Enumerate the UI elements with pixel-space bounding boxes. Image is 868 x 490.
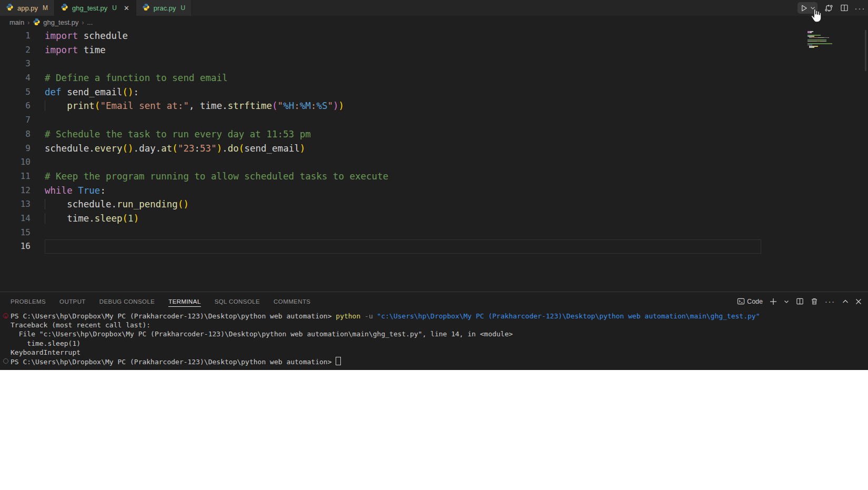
code-token: ) [339, 101, 345, 111]
tab-git-badge: M [43, 4, 48, 12]
panel-tab-comments[interactable]: COMMENTS [274, 295, 310, 308]
code-line[interactable]: # Define a function to send email [45, 71, 781, 85]
code-line[interactable]: time.sleep(1) [45, 212, 781, 226]
terminal-line: PS C:\Users\hp\Dropbox\My PC (Prakharcod… [0, 312, 868, 321]
code-token: do [228, 143, 239, 154]
minimap-seg [810, 31, 814, 32]
command-error-decoration[interactable] [3, 313, 8, 318]
panel-tab-terminal[interactable]: TERMINAL [168, 295, 200, 308]
split-editor-icon[interactable] [840, 3, 849, 13]
code-token: " [327, 101, 333, 111]
terminal-line: File "c:\Users\hp\Dropbox\My PC (Prakhar… [0, 329, 868, 338]
breadcrumb: main›ghg_test.py›... [0, 16, 868, 29]
terminal[interactable]: PS C:\Users\hp\Dropbox\My PC (Prakharcod… [0, 312, 868, 370]
terminal-launch-button[interactable]: Code [737, 297, 763, 305]
launch-profile-chevron-icon[interactable] [784, 299, 789, 304]
breadcrumb-item-main[interactable]: main [9, 18, 24, 26]
minimap-line [808, 49, 835, 51]
panel-tab-debug-console[interactable]: DEBUG CONSOLE [99, 295, 155, 308]
panel-tab-output[interactable]: OUTPUT [59, 295, 86, 308]
code-token: , time. [189, 101, 228, 111]
code-token: " [278, 101, 284, 111]
code-line[interactable]: print("Email sent at:", time.strftime("%… [45, 99, 781, 113]
code-token [73, 185, 78, 196]
split-terminal-icon[interactable] [796, 297, 804, 305]
code-token: "Email sent at:" [100, 101, 189, 111]
close-tab-icon[interactable]: ✕ [124, 5, 129, 12]
run-python-file-icon[interactable] [799, 3, 809, 13]
terminal-profile-label: Code [747, 298, 763, 305]
vscode-window: { "palette":{ "tabstrip":"#252526","tabi… [0, 0, 868, 490]
breadcrumb-separator: › [27, 19, 29, 26]
terminal-line: PS C:\Users\hp\Dropbox\My PC (Prakharcod… [0, 357, 868, 366]
minimap-seg [814, 36, 814, 37]
minimap-seg [813, 46, 817, 47]
breadcrumb-item-...[interactable]: ... [87, 18, 93, 26]
code-line[interactable] [45, 155, 781, 169]
minimap[interactable] [808, 31, 835, 52]
open-changes-icon[interactable] [824, 3, 833, 13]
breadcrumb-label: main [9, 18, 24, 26]
breadcrumb-separator: › [82, 19, 84, 26]
line-number: 15 [0, 226, 31, 240]
code-line[interactable]: schedule.run_pending() [45, 197, 781, 212]
tab-prac.py[interactable]: prac.pyU [136, 0, 192, 16]
new-terminal-button[interactable] [770, 298, 777, 305]
kill-terminal-trash-icon[interactable] [811, 297, 818, 305]
panel-tab-problems[interactable]: PROBLEMS [11, 295, 46, 308]
comment-token: # Schedule the task to run every day at … [45, 129, 311, 139]
tab-ghg_test.py[interactable]: ghg_test.pyU✕ [55, 0, 136, 16]
editor-tabs: app.pyMghg_test.pyU✕prac.pyU [0, 0, 192, 16]
run-button[interactable] [798, 2, 817, 14]
minimap-seg [808, 39, 826, 41]
code-line[interactable]: import schedule [45, 29, 781, 43]
code-area[interactable]: import scheduleimport time# Define a fun… [45, 29, 781, 254]
minimap-seg [822, 41, 826, 42]
breadcrumb-item-ghg_test.py[interactable]: ghg_test.py [33, 18, 78, 27]
scrollbar[interactable] [865, 30, 866, 71]
panel-tab-sql-console[interactable]: SQL CONSOLE [215, 295, 260, 308]
code-token: ( [172, 143, 178, 154]
code-token [45, 213, 67, 224]
code-token: : [134, 87, 139, 97]
code-token: schedule. [45, 143, 95, 154]
code-token: %S [316, 101, 327, 111]
code-line[interactable]: # Schedule the task to run every day at … [45, 127, 781, 142]
code-token: schedule [78, 31, 128, 41]
command-prompt-decoration[interactable] [3, 358, 8, 364]
panel-more-actions-icon[interactable]: ··· [825, 297, 835, 306]
code-line[interactable]: schedule.every().day.at("23:53").do(send… [45, 142, 781, 156]
python-icon [6, 3, 14, 13]
more-actions-icon[interactable]: ··· [855, 3, 865, 13]
editor[interactable]: 12345678910111213141516 import schedulei… [0, 29, 868, 292]
terminal-token: "c:\Users\hp\Dropbox\My PC (Prakharcoder… [377, 312, 760, 320]
code-token: import [45, 45, 78, 55]
code-token: ( [95, 101, 100, 111]
line-number: 7 [0, 113, 31, 127]
code-line[interactable]: # Keep the program running to allow sche… [45, 169, 781, 184]
code-line[interactable] [45, 239, 761, 254]
code-line[interactable] [45, 57, 781, 71]
python-icon [60, 3, 68, 13]
code-line[interactable]: import time [45, 43, 781, 57]
code-token: () [123, 143, 134, 154]
tab-git-badge: U [180, 4, 185, 12]
code-line[interactable]: def send_email(): [45, 85, 781, 99]
run-dropdown-chevron-icon[interactable] [810, 3, 816, 13]
code-token: every [95, 143, 123, 154]
line-number: 11 [0, 169, 31, 184]
terminal-token: File "c:\Users\hp\Dropbox\My PC (Prakhar… [11, 330, 513, 338]
code-token: time [78, 45, 106, 55]
code-token: True [78, 185, 100, 196]
close-panel-icon[interactable] [855, 298, 862, 305]
code-line[interactable]: while True: [45, 184, 781, 198]
minimap-seg [809, 46, 813, 47]
code-line[interactable] [45, 113, 781, 127]
code-token: : [294, 101, 300, 111]
code-token: 1 [128, 213, 134, 224]
terminal-token: PS C:\Users\hp\Dropbox\My PC (Prakharcod… [11, 312, 336, 320]
code-line[interactable] [45, 226, 781, 240]
maximize-panel-chevron-icon[interactable] [842, 299, 849, 304]
minimap-seg [814, 47, 814, 48]
tab-app.py[interactable]: app.pyM [0, 0, 55, 16]
